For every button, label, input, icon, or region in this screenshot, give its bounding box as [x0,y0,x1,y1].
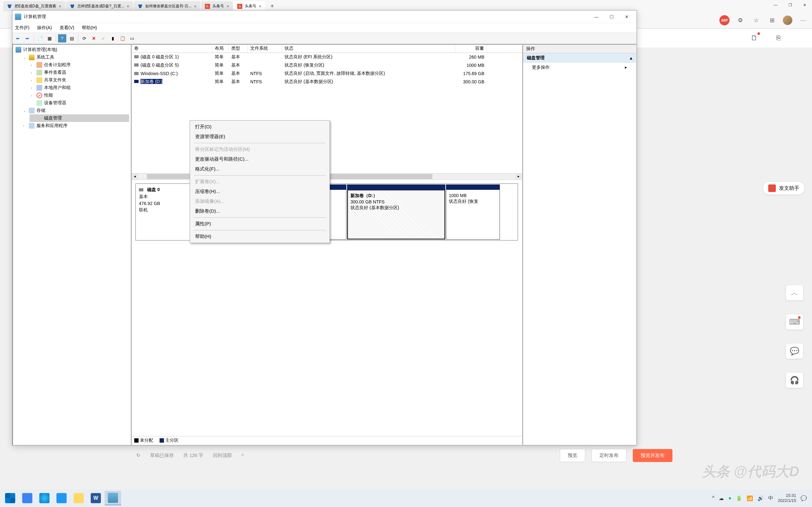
back-to-top-link[interactable]: 回到顶部 [213,452,232,458]
volume-row[interactable]: Windows-SSD (C:)简单基本NTFS状态良好 (启动, 页面文件, … [132,69,522,78]
extensions-icon[interactable]: ⚙ [735,15,745,25]
browser-tab[interactable]: 怎样把E盘改成D盘?_百度...× [66,1,133,11]
show-hide-button[interactable]: ▦ [45,34,54,43]
back-button[interactable]: ⬅ [14,34,22,43]
ctx-explorer[interactable]: 资源管理器(E) [191,132,329,142]
ctx-open[interactable]: 打开(O) [191,122,329,132]
collapse-icon[interactable]: ⌄ [23,56,27,59]
ctx-shrink[interactable]: 压缩卷(H)... [191,187,329,196]
volume-row[interactable]: (磁盘 0 磁盘分区 5)简单基本状态良好 (恢复分区)1000 MB [132,61,522,69]
ctx-properties[interactable]: 属性(P) [191,219,329,229]
col-status[interactable]: 状态 [282,45,455,53]
scroll-left-button[interactable]: ◄ [132,174,138,179]
refresh-button[interactable]: ⟳ [80,34,89,43]
keyboard-button[interactable]: ⌨ [786,314,803,330]
browser-tab[interactable]: 如何修改硬盘分区盘符-百...× [134,1,200,11]
menu-action[interactable]: 操作(A) [37,25,52,31]
forward-button[interactable]: ➡ [23,34,32,43]
check-button[interactable]: ✓ [99,34,107,43]
taskbar-edge[interactable] [36,491,53,505]
tray-onedrive-icon[interactable]: ☁ [719,495,724,501]
writing-helper[interactable]: 发文助手 [763,182,804,194]
tree-event-viewer[interactable]: ›事件查看器 [30,69,129,76]
tree-shared-folders[interactable]: ›共享文件夹 [30,76,129,84]
expand-icon[interactable]: › [31,94,35,97]
action2-button[interactable]: 📋 [118,34,126,43]
support-button[interactable]: 🎧 [786,373,803,388]
ctx-delete[interactable]: 删除卷(D)... [191,206,329,216]
actions-section[interactable]: 磁盘管理▴ [523,53,636,63]
window-titlebar[interactable]: 计算机管理 — ☐ ✕ [12,10,637,23]
ctx-help[interactable]: 帮助(H) [191,232,329,241]
menu-help[interactable]: 帮助(H) [82,25,97,31]
adblock-icon[interactable]: ABP [719,15,729,25]
col-filesystem[interactable]: 文件系统 [248,45,282,53]
partition-selected[interactable]: 新加卷（D:）300.00 GB NTFS状态良好 (基本数据分区) [347,184,445,239]
col-layout[interactable]: 布局 [212,45,229,53]
expand-icon[interactable]: › [31,63,35,67]
collapse-icon[interactable]: ▴ [630,55,632,60]
menu-view[interactable]: 查看(V) [60,25,74,31]
expand-icon[interactable]: › [31,78,35,82]
col-volume[interactable]: 卷 [132,45,212,53]
tray-wifi-icon[interactable]: 📶 [747,495,753,501]
maximize-button[interactable]: ❐ [783,0,798,10]
partition[interactable]: 1000 MB状态良好 (恢复 [446,184,500,239]
close-icon[interactable]: × [59,4,61,9]
tree-storage[interactable]: ⌄存储 [22,107,129,114]
navigation-tree[interactable]: 计算机管理(本地) ⌄系统工具 ›任务计划程序 ›事件查看器 ›共享文件夹 ›本… [12,44,131,445]
expand-icon[interactable]: › [31,86,35,90]
collapse-icon[interactable]: ⌄ [23,109,27,112]
refresh-icon[interactable]: ↻ [136,452,141,458]
browser-tab[interactable]: 把E盘改成D盘_百度搜索× [3,1,65,11]
tree-system-tools[interactable]: ⌄系统工具 [22,54,129,61]
schedule-publish-button[interactable]: 定时发布 [592,449,626,462]
start-button[interactable] [2,491,18,505]
tree-root[interactable]: 计算机管理(本地) [14,46,129,54]
volume-row-selected[interactable]: 新加卷 (D:)简单基本NTFS状态良好 (基本数据分区)300.00 GB [132,78,522,86]
close-button[interactable]: ✕ [798,0,812,10]
favorites-icon[interactable]: ☆ [751,15,761,25]
scroll-right-button[interactable]: ► [515,174,522,179]
tray-ime[interactable]: 中 [768,495,773,502]
view-button[interactable]: ▤ [67,34,76,43]
tray-notifications-icon[interactable]: 💬 [801,495,807,501]
feedback-button[interactable]: 💬 [786,343,803,359]
tray-expand-icon[interactable]: ^ [712,495,715,501]
up-icon[interactable]: ^ [241,453,244,458]
taskbar-app[interactable] [53,491,70,505]
tray-volume-icon[interactable]: 🔊 [757,495,764,501]
tray-wechat-icon[interactable]: ● [728,495,731,501]
sync-icon[interactable]: 🗋 [749,33,759,43]
minimize-button[interactable]: — [589,12,604,21]
browser-tab[interactable]: 头头条号× [201,1,233,11]
tree-task-scheduler[interactable]: ›任务计划程序 [30,61,129,69]
tree-performance[interactable]: ›性能 [30,92,129,99]
export-icon[interactable]: ⎘ [773,33,783,43]
close-button[interactable]: ✕ [619,12,634,21]
taskbar-clock[interactable]: 15:31 2022/1/15 [778,493,796,503]
profile-avatar[interactable] [783,15,792,25]
tree-disk-management[interactable]: 磁盘管理 [30,114,129,122]
new-tab-button[interactable]: + [266,3,278,10]
expand-icon[interactable]: › [23,124,27,128]
tree-device-manager[interactable]: 设备管理器 [30,99,129,107]
ctx-change-letter[interactable]: 更改驱动器号和路径(C)... [191,154,329,164]
tree-services[interactable]: ›服务和应用程序 [22,122,129,130]
action1-button[interactable]: ▮ [109,34,117,43]
close-icon[interactable]: × [226,4,229,9]
expand-icon[interactable]: › [31,71,35,74]
up-button[interactable]: 📄 [36,34,44,43]
scroll-top-button[interactable]: ︿ [786,285,803,300]
minimize-button[interactable]: — [768,0,783,10]
maximize-button[interactable]: ☐ [604,12,619,21]
ctx-format[interactable]: 格式化(F)... [191,164,329,174]
actions-more[interactable]: 更多操作▸ [523,63,636,72]
more-icon[interactable]: ⋯ [798,15,808,25]
taskbar-explorer[interactable] [70,491,87,505]
menu-file[interactable]: 文件(F) [15,25,30,31]
preview-publish-button[interactable]: 预览并发布 [633,449,672,462]
col-type[interactable]: 类型 [229,45,248,53]
taskbar-app[interactable] [19,491,36,505]
col-capacity[interactable]: 容量 [455,45,487,53]
